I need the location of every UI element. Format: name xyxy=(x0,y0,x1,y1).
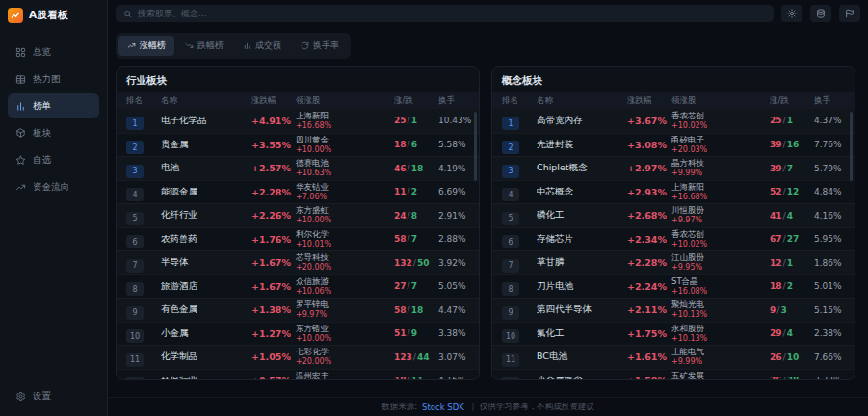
up-down-count: 58/7 xyxy=(394,234,438,244)
table-row[interactable]: 9第四代半导体+2.11%聚灿光电+10.13%9/35.15% xyxy=(492,298,855,322)
leader-stock: 东方锆业+10.00% xyxy=(296,325,394,343)
table-row[interactable]: 1高带宽内存+3.67%香农芯创+10.02%25/14.37% xyxy=(492,109,855,133)
sidebar-item-bar-chart[interactable]: 榜单 xyxy=(8,93,99,118)
tab-成交额[interactable]: 成交额 xyxy=(234,36,290,56)
tab-换手率[interactable]: 换手率 xyxy=(292,36,348,56)
table-row[interactable]: 8刀片电池+2.24%ST合晶+16.08%18/25.01% xyxy=(492,274,855,299)
table-row[interactable]: 2贵金属+3.55%四川黄金+10.00%18/65.58% xyxy=(117,133,479,157)
down-count: 44 xyxy=(417,352,430,362)
table-row[interactable]: 12环保行业+0.57%温州宏丰+10.02%18/114.16% xyxy=(117,369,479,380)
sector-name: 环保行业 xyxy=(161,375,251,379)
sidebar-item-table[interactable]: 热力图 xyxy=(8,66,99,91)
sector-change: +2.93% xyxy=(627,187,671,197)
table-row[interactable]: 12小金属概念+1.58%五矿发展+10.00%36/383.32% xyxy=(492,369,855,380)
table-row[interactable]: 3Chiplet概念+2.97%晶方科技+9.99%39/75.79% xyxy=(492,156,855,180)
table-row[interactable]: 7草甘膦+2.28%江山股份+9.95%12/11.86% xyxy=(492,250,855,274)
sector-name: 草甘膦 xyxy=(537,256,627,269)
panel-title: 行业板块 xyxy=(117,67,479,92)
scrollbar-thumb[interactable] xyxy=(850,112,853,181)
sector-change: +1.27% xyxy=(251,328,296,339)
sector-change: +1.67% xyxy=(251,257,296,268)
sector-name: 小金属概念 xyxy=(537,375,627,379)
sun-icon xyxy=(787,9,797,18)
sector-name: 旅游酒店 xyxy=(161,280,251,293)
table-row[interactable]: 7半导体+1.67%芯导科技+20.00%132/503.92% xyxy=(117,250,479,274)
data-source-button[interactable] xyxy=(810,5,831,22)
sidebar-item-settings[interactable]: 设置 xyxy=(8,383,99,408)
table-row[interactable]: 5化纤行业+2.26%东方盛虹+10.00%24/82.91% xyxy=(117,203,479,227)
leader-stock-name: 上海新阳 xyxy=(671,183,770,193)
rank-badge: 4 xyxy=(126,188,144,201)
table-row[interactable]: 4中芯概念+2.93%上海新阳+16.68%52/124.84% xyxy=(492,180,855,204)
down-count: 1 xyxy=(787,258,793,268)
rank-cell: 1 xyxy=(502,112,537,131)
table-row[interactable]: 5磷化工+2.68%川恒股份+9.97%41/44.16% xyxy=(492,203,855,227)
leader-stock-name: 芯导科技 xyxy=(296,253,394,263)
leader-stock: 晶方科技+9.99% xyxy=(671,159,770,177)
table-row[interactable]: 4能源金属+2.28%华友钴业+7.06%11/26.69% xyxy=(117,180,479,204)
sector-change: +2.24% xyxy=(627,281,671,292)
tab-跌幅榜[interactable]: 跌幅榜 xyxy=(176,36,232,56)
sidebar-item-label: 总览 xyxy=(33,46,51,59)
table-row[interactable]: 8旅游酒店+1.67%众信旅游+10.06%27/75.05% xyxy=(117,274,479,299)
up-count: 58 xyxy=(394,305,407,315)
up-down-count: 9/3 xyxy=(770,305,814,315)
sector-name: Chiplet概念 xyxy=(537,162,627,174)
table-row[interactable]: 9有色金属+1.38%罗平锌电+9.97%58/184.47% xyxy=(117,298,479,322)
rank-cell: 7 xyxy=(502,253,537,273)
app-root: A股看板 总览热力图榜单板块自选资金流向 设置 搜索股票、概念... xyxy=(0,0,868,416)
column-header: 名称 xyxy=(161,95,251,107)
sector-name: 半导体 xyxy=(161,256,251,269)
footer-source-link[interactable]: Stock SDK xyxy=(422,403,464,412)
gear-icon xyxy=(15,391,26,402)
refresh-icon xyxy=(301,41,309,50)
concept-sectors-panel: 概念板块 排名名称涨跌幅领涨股涨/跌换手 1高带宽内存+3.67%香农芯创+10… xyxy=(491,66,855,380)
rank-badge: 12 xyxy=(502,377,519,379)
flag-button[interactable] xyxy=(839,5,860,22)
rank-cell: 10 xyxy=(502,325,537,344)
sector-change: +2.57% xyxy=(251,163,296,173)
sidebar-item-trending[interactable]: 资金流向 xyxy=(8,174,99,199)
sidebar-item-grid[interactable]: 总览 xyxy=(8,39,99,65)
leader-stock-name: 温州宏丰 xyxy=(296,372,394,379)
up-count: 18 xyxy=(394,140,407,149)
down-count: 8 xyxy=(411,211,417,221)
up-down-count: 39/16 xyxy=(770,140,814,149)
down-count: 2 xyxy=(787,281,793,291)
table-row[interactable]: 11化学制品+1.05%七彩化学+20.00%123/443.07% xyxy=(117,345,479,369)
down-count: 1 xyxy=(411,116,417,125)
blocks-icon xyxy=(15,128,26,139)
up-down-count: 24/8 xyxy=(394,211,438,221)
app-logo: A股看板 xyxy=(8,5,99,26)
sector-change: +1.67% xyxy=(251,281,296,292)
turnover-rate: 4.16% xyxy=(814,211,855,221)
table-row[interactable]: 3电池+2.57%德赛电池+10.63%46/184.19% xyxy=(117,156,479,180)
bars-icon xyxy=(243,41,251,50)
table-row[interactable]: 11BC电池+1.61%上能电气+9.99%26/107.66% xyxy=(492,345,855,369)
table-row[interactable]: 6农药兽药+1.76%利尔化学+10.01%58/72.88% xyxy=(117,227,479,251)
sidebar-item-star[interactable]: 自选 xyxy=(8,147,99,172)
table-row[interactable]: 6存储芯片+2.34%香农芯创+10.02%67/275.95% xyxy=(492,227,855,251)
up-down-count: 46/18 xyxy=(394,164,438,173)
theme-toggle-button[interactable] xyxy=(781,5,802,22)
sector-change: +1.61% xyxy=(627,351,671,362)
rank-badge: 11 xyxy=(502,353,519,367)
down-count: 7 xyxy=(787,164,793,173)
leader-stock: 上海新阳+16.68% xyxy=(671,183,770,201)
search-icon xyxy=(123,10,132,18)
rank-badge: 9 xyxy=(126,306,144,320)
table-row[interactable]: 1电子化学品+4.91%上海新阳+16.68%25/110.43% xyxy=(117,109,479,133)
search-input[interactable]: 搜索股票、概念... xyxy=(116,5,774,22)
tab-涨幅榜[interactable]: 涨幅榜 xyxy=(118,36,174,56)
table-row[interactable]: 10氟化工+1.75%永和股份+10.13%29/42.38% xyxy=(492,322,855,346)
scrollbar-thumb[interactable] xyxy=(474,112,477,181)
table-row[interactable]: 2先进封装+3.08%甬矽电子+20.03%39/167.76% xyxy=(492,133,855,157)
up-count: 67 xyxy=(770,234,782,244)
up-down-count: 29/4 xyxy=(770,328,814,338)
sidebar-item-blocks[interactable]: 板块 xyxy=(8,120,99,145)
leader-stock: 聚灿光电+10.13% xyxy=(671,300,770,319)
rank-badge: 5 xyxy=(126,212,144,225)
table-row[interactable]: 10小金属+1.27%东方锆业+10.00%51/93.38% xyxy=(117,322,479,346)
down-count: 2 xyxy=(411,187,417,196)
turnover-rate: 6.69% xyxy=(438,187,479,196)
